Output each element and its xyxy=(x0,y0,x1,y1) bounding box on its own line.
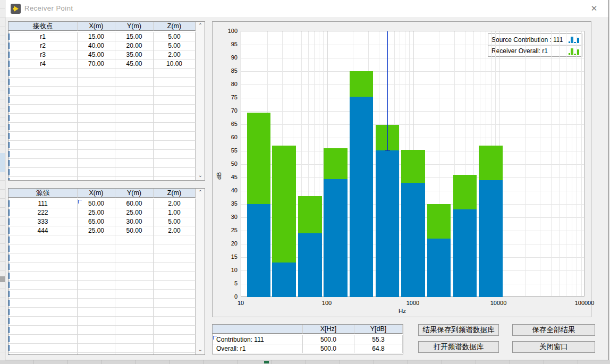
y-tick-label: 40 xyxy=(216,187,238,193)
scroll-up-icon[interactable]: ⌃ xyxy=(196,22,205,30)
table-row-empty xyxy=(9,353,196,354)
cursor-crosshair[interactable] xyxy=(385,150,390,151)
table-cell[interactable]: 65.00 xyxy=(78,217,115,226)
table-cell-empty xyxy=(115,235,154,244)
table-cell-empty xyxy=(9,150,78,159)
table-cell-empty xyxy=(115,272,154,281)
table-cell[interactable]: 222 xyxy=(9,208,78,217)
table-row-empty xyxy=(9,299,196,308)
table-row: 33365.0030.005.00 xyxy=(9,217,196,226)
legend-item-contribution[interactable]: Source Contribution : 111 xyxy=(488,34,582,45)
table-cell-empty xyxy=(9,335,78,344)
table-cell[interactable]: 50.00 xyxy=(78,199,115,208)
open-spectrum-db-button[interactable]: 打开频谱数据库 xyxy=(418,341,499,353)
table-cell-empty xyxy=(78,123,115,132)
table-row-empty xyxy=(9,87,196,96)
table-cell[interactable]: 20.00 xyxy=(115,41,154,50)
table-row-empty xyxy=(9,335,196,344)
close-icon[interactable]: ✕ xyxy=(588,3,600,14)
y-tick-label: 50 xyxy=(216,160,238,167)
grid-line-minor xyxy=(581,31,582,296)
bar-segment-contribution xyxy=(376,150,400,298)
table-cell[interactable]: 1.00 xyxy=(154,208,196,217)
background-bottom-strip xyxy=(0,360,610,364)
scroll-down-icon[interactable]: ⌄ xyxy=(196,172,205,180)
scroll-down-icon[interactable]: ⌄ xyxy=(196,346,205,354)
table-cell[interactable]: 35.00 xyxy=(115,50,154,60)
table-cell[interactable]: 25.00 xyxy=(78,208,115,217)
vertical-scrollbar[interactable]: ⌃⌄ xyxy=(196,189,205,354)
table-cell-empty xyxy=(154,344,196,353)
bar-segment-contribution xyxy=(272,263,296,297)
table-cell[interactable]: 45.00 xyxy=(115,60,154,69)
table-cell[interactable]: 25.00 xyxy=(78,226,115,235)
grid-line-minor xyxy=(540,31,540,296)
table-cell[interactable]: 2.00 xyxy=(154,226,196,235)
table-cell-empty xyxy=(78,168,115,177)
table-body: 接收点X(m)Y(m)Z(m)r115.0015.005.00r240.0020… xyxy=(9,22,196,180)
close-window-button[interactable]: 关闭窗口 xyxy=(512,341,595,353)
table-cell[interactable]: 444 xyxy=(9,226,78,235)
table-cell-empty xyxy=(9,105,78,114)
table-cell[interactable]: 111 xyxy=(9,199,78,208)
window-title: Receiver Point xyxy=(24,4,73,12)
table-cell-empty xyxy=(154,263,196,272)
table-cell-empty xyxy=(78,114,115,123)
table-cell: 55.3 xyxy=(354,335,403,344)
plot-area[interactable]: Source Contribution : 111 Receiver Overa… xyxy=(241,31,584,297)
legend-label: Receiver Overall: r1 xyxy=(492,47,568,55)
chart-legend: Source Contribution : 111 Receiver Overa… xyxy=(488,33,582,57)
column-header: Z(m) xyxy=(154,189,196,198)
table-cell-empty xyxy=(154,87,196,96)
save-to-spectrum-db-button[interactable]: 结果保存到频谱数据库 xyxy=(418,324,499,336)
vertical-scrollbar[interactable]: ⌃⌄ xyxy=(196,22,205,180)
table-cell-empty xyxy=(115,353,154,354)
table-row: 44425.0050.002.00 xyxy=(9,226,196,235)
table-cell-empty xyxy=(115,263,154,272)
table-cell[interactable]: 5.00 xyxy=(154,32,196,41)
table-cell[interactable]: 45.00 xyxy=(78,50,115,60)
table-cell-empty xyxy=(9,317,78,326)
save-all-results-button[interactable]: 保存全部结果 xyxy=(512,324,595,336)
table-cell[interactable]: 40.00 xyxy=(78,41,115,50)
table-cell-empty xyxy=(78,272,115,281)
table-cell[interactable]: r4 xyxy=(9,60,78,69)
table-cell[interactable]: 2.00 xyxy=(154,199,196,208)
column-header: Y(m) xyxy=(115,189,154,198)
scroll-up-icon[interactable]: ⌃ xyxy=(196,189,205,197)
table-row-empty xyxy=(9,290,196,299)
table-cell[interactable]: 15.00 xyxy=(78,32,115,41)
y-tick-label: 100 xyxy=(216,28,238,34)
table-cell-empty xyxy=(115,253,154,263)
table-cell-empty xyxy=(78,132,115,141)
y-tick-label: 10 xyxy=(216,267,238,273)
table-cell[interactable]: 50.00 xyxy=(115,226,154,235)
cursor-line[interactable] xyxy=(387,31,388,150)
table-cell[interactable]: r1 xyxy=(9,32,78,41)
app-window: Receiver Point ✕ 接收点X(m)Y(m)Z(m)r115.001… xyxy=(5,0,609,360)
table-cell[interactable]: 25.00 xyxy=(115,208,154,217)
table-cell[interactable]: 2.00 xyxy=(154,50,196,60)
x-axis-label: Hz xyxy=(397,308,408,314)
table-cell[interactable]: 60.00 xyxy=(115,199,154,208)
table-cell[interactable]: 5.00 xyxy=(154,217,196,226)
table-cell[interactable]: 10.00 xyxy=(154,60,196,69)
table-cell[interactable]: 333 xyxy=(9,217,78,226)
table-cell-empty xyxy=(9,168,78,177)
table-cell-empty xyxy=(78,159,115,168)
table-header-row: X[Hz]Y[dB] xyxy=(213,325,403,334)
legend-label: Source Contribution : 111 xyxy=(492,36,568,44)
y-tick-label: 15 xyxy=(216,253,238,260)
table-cell[interactable]: r2 xyxy=(9,41,78,50)
table-cell[interactable]: 30.00 xyxy=(115,217,154,226)
table-cell[interactable]: r3 xyxy=(9,50,78,60)
y-tick-label: 65 xyxy=(216,121,238,127)
table-cell[interactable]: 70.00 xyxy=(78,60,115,69)
legend-item-overall[interactable]: Receiver Overall: r1 xyxy=(488,45,582,56)
table-cell[interactable]: 15.00 xyxy=(115,32,154,41)
table-row-empty xyxy=(9,96,196,105)
table-cell[interactable]: 5.00 xyxy=(154,41,196,50)
table-row-empty xyxy=(9,132,196,141)
table-row: r240.0020.005.00 xyxy=(9,41,196,50)
bar-segment-contribution xyxy=(401,183,425,297)
